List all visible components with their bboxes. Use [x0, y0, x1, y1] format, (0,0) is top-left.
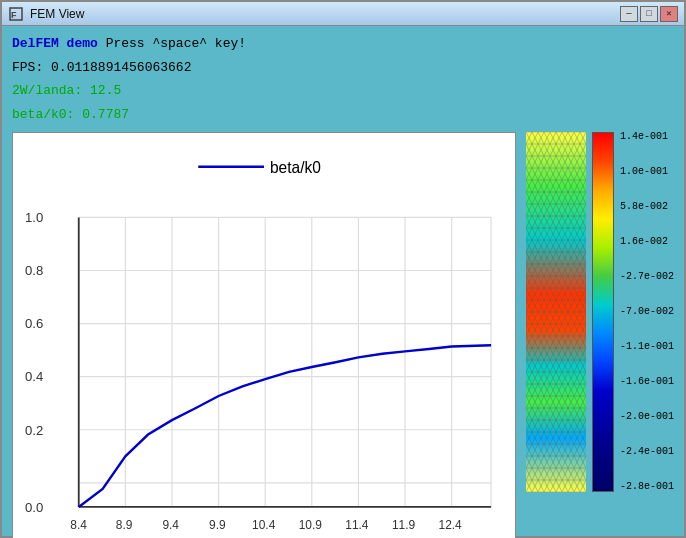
window-controls: ─ □ ✕ [620, 6, 678, 22]
svg-text:0.8: 0.8 [25, 263, 43, 278]
close-button[interactable]: ✕ [660, 6, 678, 22]
svg-text:0.4: 0.4 [25, 369, 43, 384]
svg-text:0.0: 0.0 [25, 500, 43, 515]
lambda-value: 12.5 [90, 83, 121, 98]
colorbar-label-0: 1.4e-001 [620, 132, 674, 142]
window-title: FEM View [30, 7, 620, 21]
colorbar-labels: 1.4e-001 1.0e-001 5.8e-002 1.6e-002 -2.7… [620, 132, 674, 492]
svg-text:8.4: 8.4 [70, 518, 87, 532]
colorbar-label-7: -1.6e-001 [620, 377, 674, 387]
main-area: beta/k0 0.0 0.2 0.4 0.6 0.8 1.0 8.4 8.9 … [12, 132, 674, 538]
beta-value: 0.7787 [82, 107, 129, 122]
maximize-button[interactable]: □ [640, 6, 658, 22]
colorbar-label-3: 1.6e-002 [620, 237, 674, 247]
svg-text:12.4: 12.4 [438, 518, 462, 532]
lambda-label: 2W/landa: [12, 83, 82, 98]
colorbar-container: 1.4e-001 1.0e-001 5.8e-002 1.6e-002 -2.7… [526, 132, 674, 492]
window-icon: F [8, 6, 24, 22]
fps-label: FPS: [12, 60, 43, 75]
colorbar-label-4: -2.7e-002 [620, 272, 674, 282]
svg-rect-41 [526, 132, 586, 492]
demo-label: DelFEM demo [12, 36, 98, 51]
beta-label: beta/k0: [12, 107, 74, 122]
colorbar-label-2: 5.8e-002 [620, 202, 674, 212]
chart-svg: beta/k0 0.0 0.2 0.4 0.6 0.8 1.0 8.4 8.9 … [13, 133, 515, 538]
lambda-line: 2W/landa: 12.5 [12, 81, 674, 101]
mesh-svg [526, 132, 586, 492]
svg-text:9.9: 9.9 [209, 518, 226, 532]
svg-text:10.9: 10.9 [299, 518, 323, 532]
demo-line: DelFEM demo Press ^space^ key! [12, 34, 674, 54]
fps-value: 0.0118891456063662 [51, 60, 191, 75]
colorbar-label-5: -7.0e-002 [620, 307, 674, 317]
main-window: F FEM View ─ □ ✕ DelFEM demo Press ^spac… [0, 0, 686, 538]
svg-text:F: F [11, 10, 17, 20]
svg-text:10.4: 10.4 [252, 518, 276, 532]
svg-text:0.2: 0.2 [25, 423, 43, 438]
minimize-button[interactable]: ─ [620, 6, 638, 22]
press-text: Press ^space^ key! [106, 36, 246, 51]
svg-text:8.9: 8.9 [116, 518, 133, 532]
content-area: DelFEM demo Press ^space^ key! FPS: 0.01… [2, 26, 684, 538]
colorbar-label-1: 1.0e-001 [620, 167, 674, 177]
colorbar [592, 132, 614, 492]
svg-text:0.6: 0.6 [25, 316, 43, 331]
svg-text:11.4: 11.4 [345, 518, 369, 532]
svg-text:1.0: 1.0 [25, 210, 43, 225]
right-panel: 1.4e-001 1.0e-001 5.8e-002 1.6e-002 -2.7… [526, 132, 674, 538]
svg-text:11.9: 11.9 [392, 518, 416, 532]
colorbar-label-6: -1.1e-001 [620, 342, 674, 352]
mesh-panel [526, 132, 586, 492]
chart-container: beta/k0 0.0 0.2 0.4 0.6 0.8 1.0 8.4 8.9 … [12, 132, 516, 538]
beta-line: beta/k0: 0.7787 [12, 105, 674, 125]
svg-rect-2 [13, 133, 515, 538]
colorbar-label-10: -2.8e-001 [620, 482, 674, 492]
svg-text:beta/k0: beta/k0 [270, 159, 321, 176]
colorbar-label-8: -2.0e-001 [620, 412, 674, 422]
fps-line: FPS: 0.0118891456063662 [12, 58, 674, 78]
svg-text:9.4: 9.4 [162, 518, 179, 532]
title-bar: F FEM View ─ □ ✕ [2, 2, 684, 26]
colorbar-label-9: -2.4e-001 [620, 447, 674, 457]
